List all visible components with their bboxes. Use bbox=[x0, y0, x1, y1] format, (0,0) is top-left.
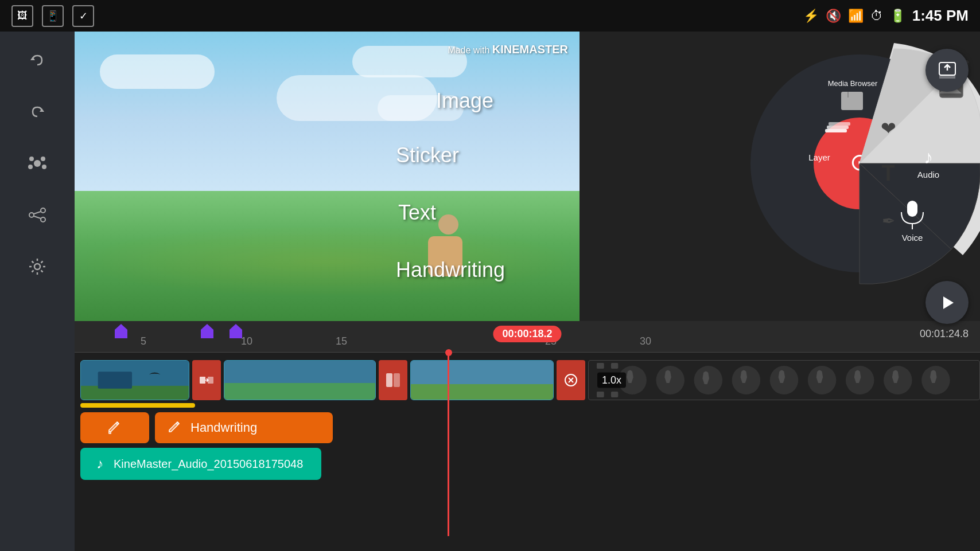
svg-point-8 bbox=[29, 213, 34, 217]
svg-line-11 bbox=[34, 216, 41, 218]
svg-rect-52 bbox=[411, 360, 553, 384]
selection-bar bbox=[80, 403, 195, 408]
bluetooth-icon: ⚡ bbox=[803, 9, 819, 24]
mute-icon: 🔇 bbox=[826, 9, 841, 24]
svg-point-66 bbox=[884, 366, 912, 394]
svg-point-2 bbox=[34, 160, 41, 167]
svg-rect-49 bbox=[394, 373, 400, 387]
svg-rect-25 bbox=[829, 122, 850, 126]
label-handwriting: Handwriting bbox=[396, 258, 505, 282]
svg-marker-38 bbox=[201, 324, 213, 338]
svg-marker-37 bbox=[115, 324, 127, 338]
watermark: Made with KINEMASTER bbox=[448, 43, 568, 56]
long-video-clip[interactable]: 1.0x bbox=[588, 360, 980, 400]
handwriting-clip-2[interactable]: Handwriting bbox=[155, 412, 333, 443]
export-button[interactable] bbox=[925, 49, 969, 92]
effects-button[interactable] bbox=[20, 146, 55, 181]
svg-point-6 bbox=[42, 165, 46, 169]
svg-text:✒: ✒ bbox=[882, 212, 895, 230]
ruler-mark-30: 30 bbox=[640, 335, 651, 347]
transition-1[interactable] bbox=[192, 360, 221, 400]
handwriting-clip-1[interactable] bbox=[80, 412, 149, 443]
ruler-mark-15: 15 bbox=[336, 335, 347, 347]
svg-rect-57 bbox=[611, 363, 618, 369]
svg-marker-39 bbox=[230, 324, 242, 338]
label-sticker: Sticker bbox=[396, 143, 459, 167]
app-icon-photo: 🖼 bbox=[11, 5, 33, 27]
handwriting-label: Handwriting bbox=[190, 420, 257, 435]
svg-text:T: T bbox=[881, 161, 895, 185]
svg-rect-23 bbox=[825, 129, 847, 132]
status-bar-left: 🖼 📱 ✓ bbox=[11, 5, 94, 27]
current-time-indicator: 00:00:18.2 bbox=[493, 326, 561, 342]
left-sidebar bbox=[0, 32, 75, 551]
main-track-row: 1.0x bbox=[75, 358, 980, 401]
svg-rect-48 bbox=[386, 373, 392, 387]
transition-3[interactable] bbox=[557, 360, 585, 400]
label-text: Text bbox=[398, 201, 436, 225]
speed-label: 1.0x bbox=[597, 372, 626, 388]
timeline-tracks: 1.0x bbox=[75, 353, 980, 486]
app-icon-tablet: 📱 bbox=[42, 5, 64, 27]
svg-point-5 bbox=[28, 165, 33, 169]
svg-point-12 bbox=[34, 264, 40, 269]
ruler-mark-10: 10 bbox=[241, 335, 252, 347]
video-clip-3[interactable] bbox=[410, 360, 554, 400]
svg-point-7 bbox=[41, 208, 45, 213]
status-bar: 🖼 📱 ✓ ⚡ 🔇 📶 ⏱ 🔋 1:45 PM bbox=[0, 0, 980, 32]
status-time: 1:45 PM bbox=[912, 7, 969, 25]
svg-rect-69 bbox=[597, 392, 604, 397]
svg-text:❤: ❤ bbox=[881, 118, 896, 139]
top-right-controls bbox=[914, 32, 980, 335]
marker-flag-2 bbox=[201, 324, 213, 341]
battery-icon: 🔋 bbox=[890, 9, 905, 24]
undo-button[interactable] bbox=[20, 43, 55, 77]
svg-text:Media Browser: Media Browser bbox=[828, 79, 878, 88]
svg-rect-51 bbox=[411, 384, 553, 400]
svg-point-4 bbox=[41, 157, 45, 161]
svg-point-9 bbox=[41, 217, 45, 222]
app-icon-check: ✓ bbox=[72, 5, 94, 27]
timer-icon: ⏱ bbox=[870, 9, 883, 24]
marker-flag-3 bbox=[230, 324, 242, 341]
svg-text:♪: ♪ bbox=[96, 456, 103, 471]
svg-rect-46 bbox=[224, 382, 375, 400]
svg-text:Layer: Layer bbox=[808, 153, 830, 162]
svg-point-3 bbox=[29, 157, 34, 161]
svg-rect-42 bbox=[98, 372, 132, 389]
redo-button[interactable] bbox=[20, 95, 55, 129]
svg-line-10 bbox=[34, 212, 41, 214]
audio-label: KineMaster_Audio_20150618175048 bbox=[114, 458, 303, 471]
share-button[interactable] bbox=[20, 198, 55, 232]
cloud-1 bbox=[100, 54, 215, 89]
handwriting-track: Handwriting bbox=[80, 412, 980, 443]
audio-track[interactable]: ♪ KineMaster_Audio_20150618175048 bbox=[80, 448, 321, 480]
clip-1-thumbnail bbox=[81, 361, 189, 400]
svg-rect-68 bbox=[597, 363, 604, 369]
ruler-mark-5: 5 bbox=[141, 335, 146, 347]
svg-rect-32 bbox=[841, 92, 863, 110]
video-clip-1[interactable] bbox=[80, 360, 189, 400]
video-preview: Made with KINEMASTER Image Sticker Text … bbox=[75, 32, 580, 321]
svg-rect-24 bbox=[827, 126, 849, 129]
svg-marker-36 bbox=[943, 296, 954, 309]
status-bar-right: ⚡ 🔇 📶 ⏱ 🔋 1:45 PM bbox=[803, 7, 969, 25]
marker-flag-1 bbox=[115, 324, 127, 341]
svg-rect-58 bbox=[611, 392, 618, 397]
timeline-area: 5 10 15 25 30 00:00:18.2 00:01:24.8 bbox=[75, 321, 980, 551]
svg-rect-43 bbox=[200, 377, 205, 384]
wifi-icon: 📶 bbox=[848, 9, 864, 24]
svg-rect-41 bbox=[81, 385, 189, 400]
transition-2[interactable] bbox=[379, 360, 407, 400]
play-button[interactable] bbox=[925, 281, 969, 324]
label-image: Image bbox=[436, 89, 493, 113]
settings-button[interactable] bbox=[20, 249, 55, 284]
svg-point-62 bbox=[732, 366, 761, 394]
video-clip-2[interactable] bbox=[224, 360, 376, 400]
main-area: Made with KINEMASTER Image Sticker Text … bbox=[75, 32, 980, 353]
